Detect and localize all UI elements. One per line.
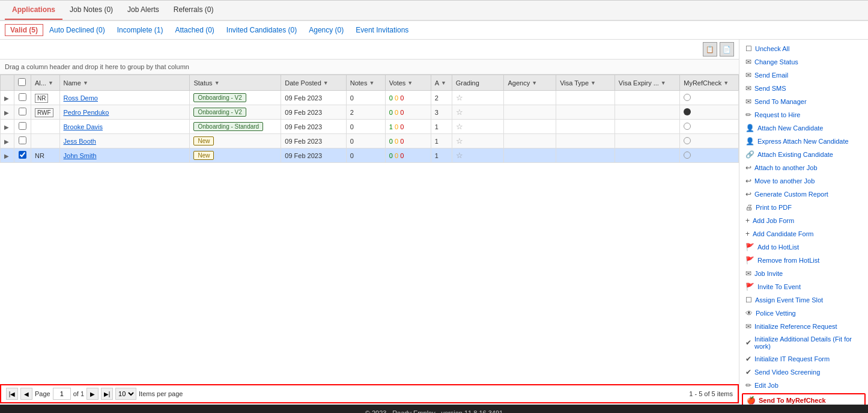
sidebar-item-attach-new-candidate[interactable]: 👤 Attach New Candidate	[739, 121, 868, 135]
sidebar-item-remove-from-hotlist[interactable]: 🚩 Remove from HotList	[739, 254, 868, 267]
tab-job-notes[interactable]: Job Notes (0)	[62, 1, 120, 20]
row-checkbox[interactable]	[19, 108, 26, 115]
grading-star[interactable]: ☆	[456, 122, 463, 131]
visa-type-cell	[556, 148, 615, 163]
row-expand-button[interactable]: ▶	[4, 153, 9, 159]
items-per-page-select[interactable]: 10 25 50	[115, 388, 136, 400]
export-excel-button[interactable]: 📋	[703, 42, 717, 57]
col-myrefcheck-filter-icon[interactable]: ▼	[723, 80, 729, 86]
prev-page-button[interactable]: ◀	[20, 388, 32, 400]
notes-cell: 0	[346, 120, 385, 134]
col-notes-filter-icon[interactable]: ▼	[369, 80, 374, 86]
sidebar-item-attach-to-another-job[interactable]: ↩ Attach to another Job	[739, 161, 868, 174]
col-name-header: Name ▼	[59, 75, 190, 91]
date-posted-cell: 09 Feb 2023	[281, 91, 346, 105]
row-expand-button[interactable]: ▶	[4, 138, 9, 145]
row-checkbox[interactable]	[19, 122, 26, 130]
tab-referrals[interactable]: Referrals (0)	[166, 1, 221, 20]
col-name-filter-icon[interactable]: ▼	[83, 80, 88, 86]
tab-agency[interactable]: Agency (0)	[303, 23, 350, 37]
col-date-filter-icon[interactable]: ▼	[323, 80, 329, 86]
candidate-name-link[interactable]: Pedro Penduko	[64, 109, 109, 116]
page-input[interactable]	[53, 388, 71, 400]
candidate-name-link[interactable]: Ross Demo	[64, 94, 98, 102]
tab-invited-candidates[interactable]: Invited Candidates (0)	[220, 23, 303, 37]
sidebar-item-send-sms[interactable]: ✉ Send SMS	[739, 82, 868, 95]
sidebar-item-police-vetting[interactable]: 👁 Police Vetting	[739, 307, 868, 320]
sidebar-item-initialize-reference-request[interactable]: ✉ Initialize Reference Request	[739, 320, 868, 333]
sidebar-item-add-candidate-form[interactable]: + Add Candidate Form	[739, 227, 868, 240]
sidebar-item-add-to-hotlist[interactable]: 🚩 Add to HotList	[739, 240, 868, 254]
sidebar-item-request-to-hire[interactable]: ✏ Request to Hire	[739, 108, 868, 121]
last-page-button[interactable]: ▶|	[101, 388, 113, 400]
col-date-header: Date Posted ▼	[281, 75, 346, 91]
sidebar-item-send-email[interactable]: ✉ Send Email	[739, 69, 868, 82]
row-checkbox[interactable]	[19, 151, 26, 159]
tab-event-invitations[interactable]: Event Invitations	[350, 23, 414, 37]
sidebar-item-generate-custom-report[interactable]: ↩ Generate Custom Report	[739, 188, 868, 201]
tab-valid[interactable]: Valid (5)	[5, 24, 43, 36]
col-al-filter-icon[interactable]: ▼	[48, 80, 53, 86]
sidebar-item-print-to-pdf[interactable]: 🖨 Print to PDF	[739, 201, 868, 214]
sidebar-item-move-to-another-job[interactable]: ↩ Move to another Job	[739, 174, 868, 188]
visa-type-cell	[556, 105, 615, 120]
grading-star[interactable]: ☆	[456, 151, 463, 160]
row-expand-button[interactable]: ▶	[4, 95, 9, 102]
grading-cell: ☆	[452, 134, 504, 148]
grading-star[interactable]: ☆	[456, 93, 463, 102]
sidebar-item-change-status[interactable]: ✉ Change Status	[739, 55, 868, 69]
sidebar-item-invite-to-event[interactable]: 🚩 Invite To Event	[739, 280, 868, 293]
table-header-row: Al... ▼ Name ▼ Status	[1, 75, 739, 91]
candidate-name-link[interactable]: Jess Booth	[64, 138, 96, 145]
row-expand-button[interactable]: ▶	[4, 124, 9, 130]
col-status-filter-icon[interactable]: ▼	[214, 80, 220, 86]
a-cell: 2	[431, 91, 452, 105]
select-all-checkbox[interactable]	[18, 78, 26, 86]
sidebar-item-assign-event-time-slot[interactable]: ☐ Assign Event Time Slot	[739, 293, 868, 307]
votes-orange: 0	[395, 138, 398, 145]
col-agency-filter-icon[interactable]: ▼	[532, 80, 537, 86]
a-cell: 3	[431, 105, 452, 120]
sidebar-item-uncheck-all[interactable]: ☐ Uncheck All	[739, 42, 868, 55]
tab-auto-declined[interactable]: Auto Declined (0)	[43, 23, 111, 37]
first-page-button[interactable]: |◀	[6, 388, 18, 400]
status-badge: New	[193, 151, 214, 160]
next-page-button[interactable]: ▶	[86, 388, 99, 400]
grading-star[interactable]: ☆	[456, 136, 463, 145]
sidebar-item-initialize-additional-details[interactable]: ✔ Initialize Additional Details (Fit for…	[739, 333, 868, 352]
change-status-icon: ✉	[745, 58, 751, 66]
status-cell: Onboarding - V2	[190, 105, 281, 120]
second-nav-bar: Valid (5) Auto Declined (0) Incomplete (…	[0, 21, 868, 40]
date-posted-cell: 09 Feb 2023	[281, 105, 346, 120]
candidate-name-link[interactable]: John Smith	[64, 152, 97, 159]
checkbox-cell	[14, 134, 31, 148]
tab-attached[interactable]: Attached (0)	[169, 23, 220, 37]
top-nav-bar: Applications Job Notes (0) Job Alerts Re…	[0, 1, 868, 21]
grading-star[interactable]: ☆	[456, 108, 463, 117]
tab-incomplete[interactable]: Incomplete (1)	[111, 23, 169, 37]
sidebar-item-attach-existing-candidate[interactable]: 🔗 Attach Existing Candidate	[739, 148, 868, 161]
export-pdf-button[interactable]: 📄	[720, 42, 734, 57]
candidate-name-link[interactable]: Brooke Davis	[64, 123, 103, 130]
col-visa-expiry-filter-icon[interactable]: ▼	[661, 80, 666, 86]
checkbox-cell	[14, 148, 31, 163]
table-row: ▶ NR Ross Demo Onboarding - V2 09 Feb 20…	[1, 91, 739, 105]
sidebar-item-express-attach-new-candidate[interactable]: 👤 Express Attach New Candidate	[739, 135, 868, 148]
col-visa-type-filter-icon[interactable]: ▼	[590, 80, 596, 86]
visa-expiry-cell	[615, 105, 679, 120]
sidebar-item-send-video-screening[interactable]: ✔ Send Video Screening	[739, 366, 868, 379]
row-expand-button[interactable]: ▶	[4, 109, 9, 116]
sidebar-item-send-to-manager[interactable]: ✉ Send To Manager	[739, 95, 868, 108]
sidebar-item-initialize-it-request-form[interactable]: ✔ Initialize IT Request Form	[739, 352, 868, 366]
sidebar-item-edit-job[interactable]: ✏ Edit Job	[739, 379, 868, 392]
row-checkbox[interactable]	[19, 93, 26, 101]
sidebar-item-job-invite[interactable]: ✉ Job Invite	[739, 267, 868, 280]
table-wrapper: Al... ▼ Name ▼ Status	[0, 75, 739, 383]
tab-job-alerts[interactable]: Job Alerts	[120, 1, 166, 20]
sidebar-item-add-job-form[interactable]: + Add Job Form	[739, 214, 868, 227]
row-checkbox[interactable]	[19, 136, 26, 144]
col-a-filter-icon[interactable]: ▼	[441, 80, 446, 86]
sidebar-item-send-to-myrefcheck[interactable]: 🍎 Send To MyRefCheck	[742, 393, 866, 405]
tab-applications[interactable]: Applications	[5, 1, 62, 20]
col-votes-filter-icon[interactable]: ▼	[407, 80, 413, 86]
